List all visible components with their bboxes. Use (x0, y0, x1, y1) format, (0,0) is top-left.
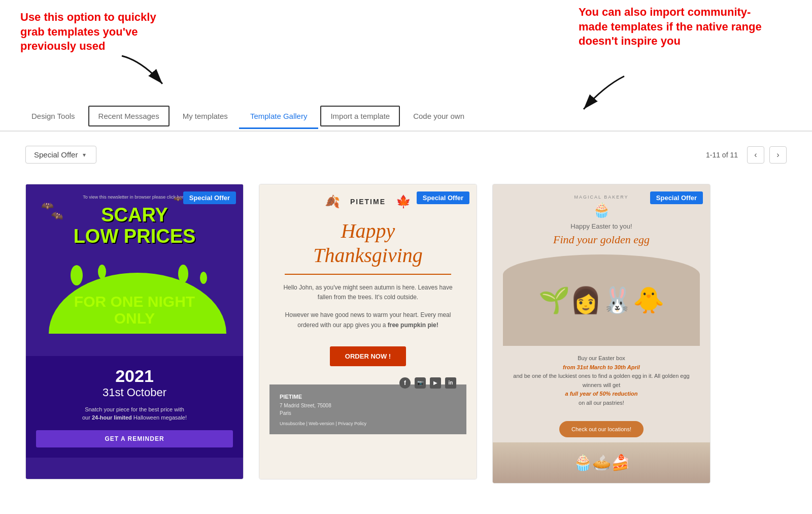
easter-main-title: Find your golden egg (503, 233, 700, 246)
thanksgiving-body1: Hello John, as you've might seen autumn … (280, 283, 456, 302)
thanksgiving-footer: f 📷 ▶ in PIETIME 7 Madrid Street, 75008 … (269, 384, 466, 434)
youtube-icon: ▶ (430, 377, 441, 389)
filter-bar: Special Offer ▾ 1-11 of 11 ‹ › (0, 132, 812, 174)
easter-cta[interactable]: Check out our locations! (559, 421, 644, 437)
nav-bar: Design Tools Recent Messages My template… (0, 102, 812, 132)
filter-dropdown[interactable]: Special Offer ▾ (25, 146, 96, 164)
tab-template-gallery[interactable]: Template Gallery (239, 105, 319, 129)
template-card-easter[interactable]: Special Offer Magical Bakery 🧁 Happy Eas… (492, 184, 710, 484)
easter-body3: on all our pastries! (503, 399, 700, 408)
halloween-date: 31st October (36, 386, 233, 399)
arrow-left-icon (112, 51, 173, 91)
footer-addr1: 7 Madrid Street, 75008 (280, 402, 456, 409)
pagination: 1-11 of 11 ‹ › (706, 146, 787, 164)
special-offer-badge-thanksgiving: Special Offer (417, 191, 469, 204)
halloween-cta[interactable]: GET A REMINDER (36, 430, 233, 447)
easter-body1: Buy our Easter box (503, 354, 700, 363)
tab-my-templates[interactable]: My templates (172, 105, 239, 129)
halloween-desc: Snatch your piece for the best price wit… (36, 405, 233, 422)
bat-icon-1: 🦇 (41, 200, 54, 212)
tab-import-template[interactable]: Import a template (320, 106, 400, 126)
leaf-right-icon: 🍁 (396, 195, 411, 209)
template-card-thanksgiving[interactable]: Special Offer 🍂 PIETIME 🍁 Happy Thanksgi… (259, 184, 477, 479)
easter-greeting: Happy Easter to you! (503, 222, 700, 230)
halloween-title: SCARY LOW PRICES (36, 205, 233, 247)
annotation-area: Use this option to quickly grab template… (0, 0, 812, 102)
leaf-left-icon: 🍂 (325, 195, 340, 209)
halloween-year: 2021 (36, 366, 233, 386)
annotation-left-text: Use this option to quickly grab template… (20, 10, 183, 54)
arrow-right-icon (573, 71, 634, 117)
thanksgiving-social: f 📷 ▶ in (280, 377, 456, 389)
page-range: 1-11 of 11 (706, 151, 738, 159)
facebook-icon: f (399, 377, 411, 389)
unsubscribe-link[interactable]: Unsubscribe | Web-version | Privacy Poli… (280, 421, 456, 426)
next-page-button[interactable]: › (769, 146, 787, 164)
linkedin-icon: in (445, 377, 456, 389)
easter-illustration: 🌱👩🐰🐥 (503, 254, 700, 346)
halloween-date-section: 2021 31st October Snatch your piece for … (26, 356, 243, 458)
easter-highlight2: a full year of 50% reduction (503, 390, 700, 399)
special-offer-badge-halloween: Special Offer (183, 191, 236, 204)
bat-icon-3: 🦇 (174, 195, 182, 203)
easter-body: Buy our Easter box from 31st March to 30… (493, 346, 710, 416)
thanksgiving-cta[interactable]: ORDER NOW ! (330, 346, 406, 366)
tab-design-tools[interactable]: Design Tools (20, 105, 86, 129)
thanksgiving-title: Happy Thanksgiving (269, 219, 466, 268)
annotation-right-text: You can also import community-made templ… (579, 5, 771, 49)
easter-body2: and be one of the luckiest ones to find … (503, 372, 700, 390)
easter-bottom-image: 🧁🥧🍰 (493, 442, 710, 483)
filter-label: Special Offer (34, 150, 78, 159)
thanksgiving-divider (285, 274, 451, 275)
chevron-down-icon: ▾ (83, 151, 86, 158)
footer-addr2: Paris (280, 409, 456, 417)
prev-page-button[interactable]: ‹ (747, 146, 764, 164)
halloween-subtitle: FOR ONE NIGHT ONLY (36, 293, 233, 327)
footer-brand: PIETIME (280, 394, 456, 400)
tab-code-your-own[interactable]: Code your own (402, 105, 476, 129)
template-card-halloween[interactable]: Special Offer To view this newsletter in… (25, 184, 244, 479)
special-offer-badge-easter: Special Offer (650, 191, 703, 204)
instagram-icon: 📷 (415, 377, 426, 389)
thanksgiving-body2: However we have good news to warm your h… (280, 310, 456, 330)
tab-recent-messages[interactable]: Recent Messages (88, 106, 170, 126)
easter-highlight1: from 31st March to 30th April (503, 363, 700, 372)
templates-grid: Special Offer To view this newsletter in… (0, 174, 812, 494)
thanksgiving-brand: PIETIME (350, 198, 386, 206)
